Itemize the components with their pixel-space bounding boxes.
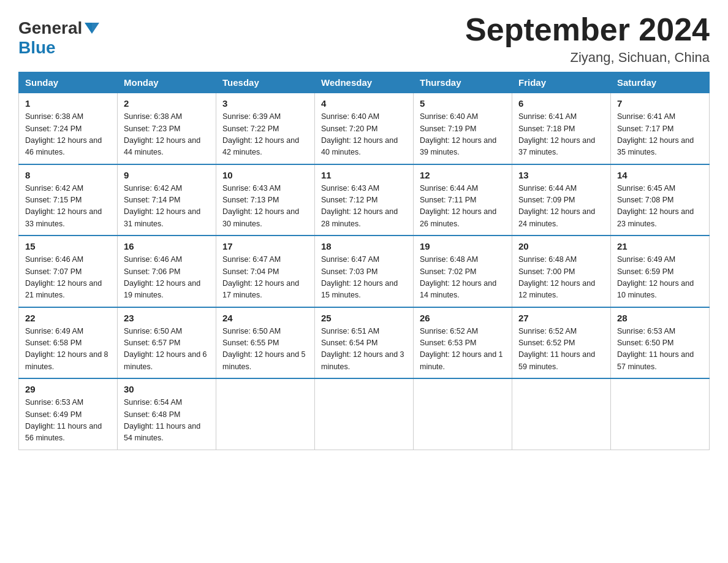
table-row: 21 Sunrise: 6:49 AMSunset: 6:59 PMDaylig… (611, 236, 710, 307)
day-info: Sunrise: 6:46 AMSunset: 7:06 PMDaylight:… (124, 255, 200, 299)
table-row: 6 Sunrise: 6:41 AMSunset: 7:18 PMDayligh… (512, 93, 611, 164)
day-info: Sunrise: 6:49 AMSunset: 6:58 PMDaylight:… (25, 327, 108, 371)
day-number: 2 (124, 98, 210, 109)
table-row: 16 Sunrise: 6:46 AMSunset: 7:06 PMDaylig… (118, 236, 216, 307)
header-saturday: Saturday (611, 72, 710, 93)
day-number: 12 (420, 170, 506, 180)
day-number: 19 (420, 241, 506, 251)
logo: General Blue (18, 18, 99, 58)
table-row (512, 378, 611, 450)
calendar-week-row: 8 Sunrise: 6:42 AMSunset: 7:15 PMDayligh… (19, 164, 710, 236)
table-row: 11 Sunrise: 6:43 AMSunset: 7:12 PMDaylig… (315, 164, 414, 236)
page-header: General Blue September 2024 Ziyang, Sich… (18, 12, 710, 66)
day-number: 17 (222, 241, 308, 251)
day-number: 28 (617, 313, 703, 323)
day-info: Sunrise: 6:48 AMSunset: 7:02 PMDaylight:… (420, 255, 496, 299)
header-thursday: Thursday (414, 72, 512, 93)
day-info: Sunrise: 6:54 AMSunset: 6:48 PMDaylight:… (124, 398, 200, 442)
day-info: Sunrise: 6:50 AMSunset: 6:55 PMDaylight:… (222, 327, 306, 371)
day-number: 7 (617, 98, 703, 109)
table-row: 1 Sunrise: 6:38 AMSunset: 7:24 PMDayligh… (19, 93, 118, 164)
day-number: 27 (518, 313, 604, 323)
day-info: Sunrise: 6:41 AMSunset: 7:18 PMDaylight:… (518, 112, 595, 156)
table-row: 27 Sunrise: 6:52 AMSunset: 6:52 PMDaylig… (512, 307, 611, 379)
table-row: 5 Sunrise: 6:40 AMSunset: 7:19 PMDayligh… (414, 93, 512, 164)
table-row: 24 Sunrise: 6:50 AMSunset: 6:55 PMDaylig… (216, 307, 315, 379)
logo-icon (85, 23, 99, 34)
day-info: Sunrise: 6:40 AMSunset: 7:19 PMDaylight:… (420, 112, 496, 156)
table-row: 15 Sunrise: 6:46 AMSunset: 7:07 PMDaylig… (19, 236, 118, 307)
day-info: Sunrise: 6:50 AMSunset: 6:57 PMDaylight:… (124, 327, 207, 371)
day-info: Sunrise: 6:51 AMSunset: 6:54 PMDaylight:… (321, 327, 404, 371)
header-friday: Friday (512, 72, 611, 93)
table-row: 12 Sunrise: 6:44 AMSunset: 7:11 PMDaylig… (414, 164, 512, 236)
day-info: Sunrise: 6:47 AMSunset: 7:03 PMDaylight:… (321, 255, 398, 299)
table-row: 7 Sunrise: 6:41 AMSunset: 7:17 PMDayligh… (611, 93, 710, 164)
day-info: Sunrise: 6:43 AMSunset: 7:12 PMDaylight:… (321, 184, 398, 228)
table-row (216, 378, 315, 450)
day-info: Sunrise: 6:48 AMSunset: 7:00 PMDaylight:… (518, 255, 595, 299)
day-number: 10 (222, 170, 308, 180)
month-title: September 2024 (465, 12, 710, 47)
day-info: Sunrise: 6:42 AMSunset: 7:14 PMDaylight:… (124, 184, 200, 228)
day-number: 6 (518, 98, 604, 109)
day-number: 8 (25, 170, 111, 180)
calendar-week-row: 1 Sunrise: 6:38 AMSunset: 7:24 PMDayligh… (19, 93, 710, 164)
day-number: 1 (25, 98, 111, 109)
day-number: 21 (617, 241, 703, 251)
day-info: Sunrise: 6:44 AMSunset: 7:11 PMDaylight:… (420, 184, 496, 228)
day-number: 26 (420, 313, 506, 323)
table-row: 20 Sunrise: 6:48 AMSunset: 7:00 PMDaylig… (512, 236, 611, 307)
table-row: 25 Sunrise: 6:51 AMSunset: 6:54 PMDaylig… (315, 307, 414, 379)
table-row: 3 Sunrise: 6:39 AMSunset: 7:22 PMDayligh… (216, 93, 315, 164)
day-info: Sunrise: 6:52 AMSunset: 6:52 PMDaylight:… (518, 327, 595, 371)
table-row: 8 Sunrise: 6:42 AMSunset: 7:15 PMDayligh… (19, 164, 118, 236)
day-info: Sunrise: 6:42 AMSunset: 7:15 PMDaylight:… (25, 184, 102, 228)
day-info: Sunrise: 6:38 AMSunset: 7:24 PMDaylight:… (25, 112, 102, 156)
header-sunday: Sunday (19, 72, 118, 93)
day-number: 9 (124, 170, 210, 180)
table-row: 14 Sunrise: 6:45 AMSunset: 7:08 PMDaylig… (611, 164, 710, 236)
table-row: 30 Sunrise: 6:54 AMSunset: 6:48 PMDaylig… (118, 378, 216, 450)
day-info: Sunrise: 6:52 AMSunset: 6:53 PMDaylight:… (420, 327, 503, 371)
day-info: Sunrise: 6:43 AMSunset: 7:13 PMDaylight:… (222, 184, 299, 228)
day-number: 23 (124, 313, 210, 323)
day-info: Sunrise: 6:39 AMSunset: 7:22 PMDaylight:… (222, 112, 299, 156)
header-tuesday: Tuesday (216, 72, 315, 93)
location-subtitle: Ziyang, Sichuan, China (465, 50, 710, 66)
calendar-table: Sunday Monday Tuesday Wednesday Thursday… (18, 72, 710, 450)
table-row: 28 Sunrise: 6:53 AMSunset: 6:50 PMDaylig… (611, 307, 710, 379)
day-info: Sunrise: 6:53 AMSunset: 6:50 PMDaylight:… (617, 327, 694, 371)
table-row (315, 378, 414, 450)
table-row (414, 378, 512, 450)
table-row: 9 Sunrise: 6:42 AMSunset: 7:14 PMDayligh… (118, 164, 216, 236)
day-number: 3 (222, 98, 308, 109)
table-row: 13 Sunrise: 6:44 AMSunset: 7:09 PMDaylig… (512, 164, 611, 236)
day-number: 15 (25, 241, 111, 251)
table-row: 17 Sunrise: 6:47 AMSunset: 7:04 PMDaylig… (216, 236, 315, 307)
day-number: 11 (321, 170, 407, 180)
table-row: 2 Sunrise: 6:38 AMSunset: 7:23 PMDayligh… (118, 93, 216, 164)
calendar-week-row: 22 Sunrise: 6:49 AMSunset: 6:58 PMDaylig… (19, 307, 710, 379)
day-number: 14 (617, 170, 703, 180)
table-row: 19 Sunrise: 6:48 AMSunset: 7:02 PMDaylig… (414, 236, 512, 307)
header-monday: Monday (118, 72, 216, 93)
title-area: September 2024 Ziyang, Sichuan, China (465, 12, 710, 66)
day-info: Sunrise: 6:46 AMSunset: 7:07 PMDaylight:… (25, 255, 102, 299)
day-number: 5 (420, 98, 506, 109)
day-info: Sunrise: 6:41 AMSunset: 7:17 PMDaylight:… (617, 112, 694, 156)
day-number: 22 (25, 313, 111, 323)
header-wednesday: Wednesday (315, 72, 414, 93)
day-info: Sunrise: 6:53 AMSunset: 6:49 PMDaylight:… (25, 398, 102, 442)
day-info: Sunrise: 6:44 AMSunset: 7:09 PMDaylight:… (518, 184, 595, 228)
day-number: 4 (321, 98, 407, 109)
day-number: 18 (321, 241, 407, 251)
day-number: 30 (124, 384, 210, 394)
table-row: 22 Sunrise: 6:49 AMSunset: 6:58 PMDaylig… (19, 307, 118, 379)
table-row: 29 Sunrise: 6:53 AMSunset: 6:49 PMDaylig… (19, 378, 118, 450)
weekday-header-row: Sunday Monday Tuesday Wednesday Thursday… (19, 72, 710, 93)
day-number: 25 (321, 313, 407, 323)
logo-blue: Blue (18, 38, 56, 57)
day-info: Sunrise: 6:49 AMSunset: 6:59 PMDaylight:… (617, 255, 694, 299)
table-row: 26 Sunrise: 6:52 AMSunset: 6:53 PMDaylig… (414, 307, 512, 379)
